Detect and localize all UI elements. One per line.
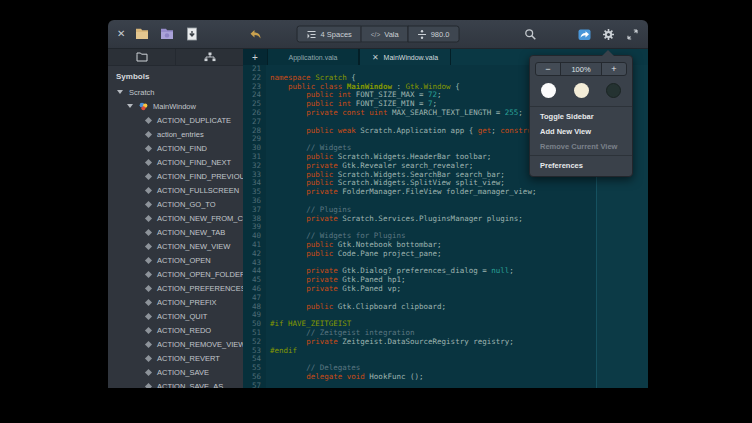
symbol-item[interactable]: ACTION_FIND bbox=[108, 141, 243, 155]
symbol-label: ACTION_NEW_VIEW bbox=[157, 242, 230, 251]
color-scheme-row bbox=[530, 79, 632, 105]
symbol-label: ACTION_FIND_NEXT bbox=[157, 158, 231, 167]
code-line[interactable]: 38 private Scratch.Services.PluginsManag… bbox=[243, 215, 648, 224]
scheme-dark-button[interactable] bbox=[606, 83, 621, 98]
symbol-item[interactable]: ACTION_REDO bbox=[108, 323, 243, 337]
menu-separator bbox=[530, 155, 632, 156]
symbols-tree: ScratchMainWindowACTION_DUPLICATEaction_… bbox=[108, 85, 243, 388]
member-diamond-icon bbox=[145, 270, 152, 277]
symbol-item[interactable]: ACTION_REMOVE_VIEW bbox=[108, 337, 243, 351]
code-text: public Gtk.Clipboard clipboard; bbox=[266, 303, 446, 312]
share-icon[interactable] bbox=[578, 28, 591, 41]
symbol-item[interactable]: ACTION_OPEN bbox=[108, 253, 243, 267]
scheme-sepia-button[interactable] bbox=[574, 83, 589, 98]
code-line[interactable]: 48 public Gtk.Clipboard clipboard; bbox=[243, 303, 648, 312]
symbol-item[interactable]: Scratch bbox=[108, 85, 243, 99]
member-diamond-icon bbox=[145, 382, 152, 388]
symbol-item[interactable]: ACTION_PREFIX bbox=[108, 295, 243, 309]
code-text: private Gtk.Paned vp; bbox=[266, 285, 401, 294]
symbol-item[interactable]: ACTION_NEW_TAB bbox=[108, 225, 243, 239]
headerbar: ✕ bbox=[108, 20, 648, 49]
sidebar-tab-symbols[interactable] bbox=[175, 49, 243, 65]
sidebar-tab-files[interactable] bbox=[108, 49, 175, 65]
member-diamond-icon bbox=[145, 116, 152, 123]
symbol-item[interactable]: ACTION_PREFERENCES bbox=[108, 281, 243, 295]
code-line[interactable]: 42 public Code.Pane project_pane; bbox=[243, 250, 648, 259]
language-button[interactable]: </> Vala bbox=[361, 26, 409, 43]
templates-folder-icon[interactable] bbox=[159, 26, 175, 42]
headerbar-right-group bbox=[524, 28, 639, 41]
member-diamond-icon bbox=[145, 368, 152, 375]
member-diamond-icon bbox=[145, 256, 152, 263]
code-text: private Scratch.Services.PluginsManager … bbox=[266, 215, 523, 224]
tab-close-icon[interactable]: ✕ bbox=[372, 53, 379, 62]
member-diamond-icon bbox=[145, 340, 152, 347]
code-line[interactable]: 56 delegate void HookFunc (); bbox=[243, 373, 648, 382]
gear-icon[interactable] bbox=[602, 28, 615, 41]
symbol-item[interactable]: ACTION_NEW_VIEW bbox=[108, 239, 243, 253]
code-text: public weak Scratch.Application app { ge… bbox=[266, 127, 554, 136]
member-diamond-icon bbox=[145, 326, 152, 333]
code-line[interactable]: 46 private Gtk.Paned vp; bbox=[243, 285, 648, 294]
desktop: ✕ bbox=[0, 0, 752, 423]
code-line[interactable]: 35 private FolderManager.FileView folder… bbox=[243, 188, 648, 197]
code-line[interactable]: 53#endif bbox=[243, 347, 648, 356]
code-line[interactable]: 57 bbox=[243, 382, 648, 388]
revert-icon[interactable] bbox=[248, 26, 264, 42]
symbol-label: ACTION_FULLSCREEN bbox=[157, 186, 239, 195]
menu-item-toggle-sidebar[interactable]: Toggle Sidebar bbox=[530, 109, 632, 124]
zoom-control: − 100% + bbox=[535, 62, 627, 76]
symbol-item[interactable]: ACTION_FULLSCREEN bbox=[108, 183, 243, 197]
indent-width-button[interactable]: 4 Spaces bbox=[297, 26, 362, 43]
symbol-item[interactable]: ACTION_DUPLICATE bbox=[108, 113, 243, 127]
symbol-item[interactable]: ACTION_OPEN_FOLDER bbox=[108, 267, 243, 281]
symbol-item[interactable]: MainWindow bbox=[108, 99, 243, 113]
symbol-label: ACTION_DUPLICATE bbox=[157, 116, 231, 125]
fullscreen-icon[interactable] bbox=[626, 28, 639, 41]
symbol-label: ACTION_NEW_TAB bbox=[157, 228, 225, 237]
code-text: #endif bbox=[266, 347, 297, 356]
tab-label: MainWindow.vala bbox=[384, 54, 438, 61]
indent-width-label: 4 Spaces bbox=[321, 30, 352, 39]
symbol-item[interactable]: ACTION_NEW_FROM_CLIPBOARD bbox=[108, 211, 243, 225]
member-diamond-icon bbox=[145, 158, 152, 165]
code-text: delegate void HookFunc (); bbox=[266, 373, 424, 382]
member-diamond-icon bbox=[145, 130, 152, 137]
scheme-light-button[interactable] bbox=[541, 83, 556, 98]
new-tab-button[interactable]: + bbox=[243, 49, 267, 65]
zoom-out-button[interactable]: − bbox=[535, 62, 561, 76]
folder-outline-icon bbox=[136, 52, 148, 62]
code-text: private Zeitgeist.DataSourceRegistry reg… bbox=[266, 338, 514, 347]
symbol-item[interactable]: ACTION_FIND_NEXT bbox=[108, 155, 243, 169]
code-text: public Code.Pane project_pane; bbox=[266, 250, 442, 259]
tab-mainwindow-vala[interactable]: ✕ MainWindow.vala bbox=[359, 49, 451, 65]
symbol-item[interactable]: ACTION_GO_TO bbox=[108, 197, 243, 211]
zoom-in-button[interactable]: + bbox=[601, 62, 627, 76]
symbol-label: ACTION_REMOVE_VIEW bbox=[157, 340, 243, 349]
search-icon[interactable] bbox=[524, 28, 537, 41]
symbol-item[interactable]: action_entries bbox=[108, 127, 243, 141]
expander-icon[interactable] bbox=[117, 90, 123, 94]
goto-line-icon bbox=[418, 29, 427, 39]
symbol-item[interactable]: ACTION_SAVE bbox=[108, 365, 243, 379]
tab-application-vala[interactable]: Application.vala bbox=[267, 49, 359, 65]
symbol-item[interactable]: ACTION_REVERT bbox=[108, 351, 243, 365]
symbol-item[interactable]: ACTION_QUIT bbox=[108, 309, 243, 323]
symbol-label: ACTION_NEW_FROM_CLIPBOARD bbox=[157, 214, 243, 223]
symbol-label: ACTION_FIND_PREVIOUS bbox=[157, 172, 243, 181]
symbol-label: ACTION_OPEN bbox=[157, 256, 211, 265]
menu-item-add-new-view[interactable]: Add New View bbox=[530, 124, 632, 139]
member-diamond-icon bbox=[145, 144, 152, 151]
code-text: private FolderManager.FileView folder_ma… bbox=[266, 188, 536, 197]
indent-icon bbox=[307, 29, 317, 39]
symbol-item[interactable]: ACTION_FIND_PREVIOUS bbox=[108, 169, 243, 183]
expander-icon[interactable] bbox=[127, 104, 133, 108]
goto-line-button[interactable]: 980.0 bbox=[408, 26, 460, 43]
code-line[interactable]: 52 private Zeitgeist.DataSourceRegistry … bbox=[243, 338, 648, 347]
save-as-icon[interactable] bbox=[184, 26, 200, 42]
symbol-label: ACTION_QUIT bbox=[157, 312, 207, 321]
open-file-icon[interactable] bbox=[134, 26, 150, 42]
symbol-item[interactable]: ACTION_SAVE_AS bbox=[108, 379, 243, 388]
window-close-button[interactable]: ✕ bbox=[117, 29, 125, 39]
menu-item-preferences[interactable]: Preferences bbox=[530, 158, 632, 173]
